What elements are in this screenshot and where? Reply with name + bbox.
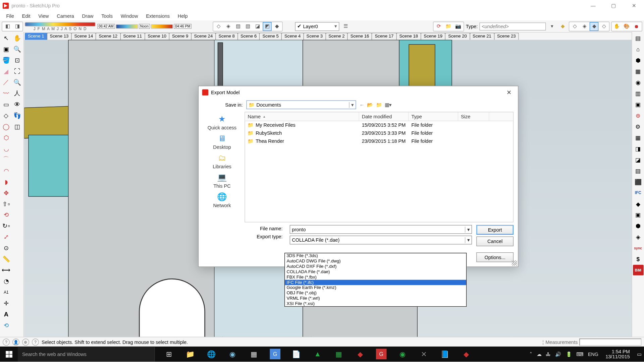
arc3-tool-icon[interactable]: ◠ xyxy=(1,165,12,176)
plugin-dollar-icon[interactable]: $ xyxy=(633,254,643,264)
place-quick-access[interactable]: ★Quick access xyxy=(208,114,236,130)
task-app3-icon[interactable]: G xyxy=(270,349,280,359)
plugin-icon-17[interactable]: ▣ xyxy=(633,209,643,220)
classify-apply-icon[interactable]: ◆ xyxy=(558,22,567,31)
export-type-option[interactable]: OBJ File (*.obj) xyxy=(285,290,466,296)
tray-clock[interactable]: 1:54 PM 13/11/2015 xyxy=(603,349,632,359)
nav-up-icon[interactable]: 📂 xyxy=(367,102,373,108)
tray-battery-icon[interactable]: 🔋 xyxy=(566,351,572,357)
export-type-option[interactable]: FBX File (*.fbx) xyxy=(285,275,466,280)
taskbar-search[interactable]: Search the web and Windows xyxy=(18,347,155,362)
export-type-option[interactable]: Google Earth File (*.kmz) xyxy=(285,285,466,291)
solid-union-icon[interactable]: ◆ xyxy=(590,22,598,31)
menu-draw[interactable]: Draw xyxy=(78,12,97,19)
position-camera-icon[interactable]: 人 xyxy=(12,88,23,99)
classifier-input[interactable] xyxy=(479,22,546,31)
status-credits-icon[interactable]: ? xyxy=(32,338,39,345)
task-sketchup2-icon[interactable]: ◆ xyxy=(455,347,477,362)
circle-tool-icon[interactable]: ◯ xyxy=(1,121,12,132)
export-type-option[interactable]: AutoCAD DXF File (*.dxf) xyxy=(285,264,466,269)
paint-bucket-icon[interactable]: 🪣 xyxy=(1,55,12,66)
task-app5-icon[interactable]: ◉ xyxy=(392,347,413,362)
file-row[interactable]: 📁Thea Render23/09/2015 1:18 PMFile folde… xyxy=(245,137,513,145)
rotate-tool-icon[interactable]: ⟲ xyxy=(1,209,12,220)
tray-notifications-icon[interactable]: ▭ xyxy=(637,351,641,357)
zoom-extents-icon[interactable]: ⛶ xyxy=(12,66,23,76)
place-libraries[interactable]: 🗂Libraries xyxy=(213,153,231,169)
paint-icon[interactable]: 🎨 xyxy=(622,22,631,31)
menu-camera[interactable]: Camera xyxy=(53,12,78,19)
task-sketchup-icon[interactable]: ◆ xyxy=(350,347,371,362)
solid-subtract-icon[interactable]: ◇ xyxy=(599,22,608,31)
shadow-toggle-icon[interactable]: ◧ xyxy=(3,22,12,31)
hand-icon[interactable]: ✋ xyxy=(612,22,621,31)
cancel-button[interactable]: Cancel xyxy=(476,237,514,246)
dimension-tool-icon[interactable]: ⟷ xyxy=(1,265,12,276)
pan-tool-icon[interactable]: ✋ xyxy=(12,33,23,44)
place-this-pc[interactable]: 💻This PC xyxy=(213,172,231,189)
nav-view-menu-icon[interactable]: ▦▾ xyxy=(385,102,392,108)
resize-grip-icon[interactable] xyxy=(512,260,517,266)
task-app1-icon[interactable]: ◉ xyxy=(222,347,243,362)
tray-volume-icon[interactable]: 🔊 xyxy=(555,351,561,357)
zoom-tool-icon[interactable]: 🔍 xyxy=(12,44,23,55)
menu-help[interactable]: Help xyxy=(174,12,191,19)
task-app6-icon[interactable]: ✕ xyxy=(413,347,434,362)
col-date[interactable]: Date modified xyxy=(359,112,409,121)
zoom-window-icon[interactable]: ⊡ xyxy=(12,55,23,66)
plugin-icon-9[interactable]: ⚙ xyxy=(633,121,643,132)
pie-tool-icon[interactable]: ◗ xyxy=(1,176,12,187)
record-icon[interactable]: ⏺ xyxy=(632,22,641,31)
tray-onedrive-icon[interactable]: ☁ xyxy=(537,351,542,357)
rectangle-tool-icon[interactable]: ▭ xyxy=(1,99,12,110)
line-tool-icon[interactable]: ／ xyxy=(1,77,12,87)
camera-icon[interactable]: 📷 xyxy=(454,22,463,31)
tray-keyboard-icon[interactable]: ⌨ xyxy=(576,351,583,357)
plugin-icon-19[interactable]: ◈ xyxy=(633,232,643,242)
rotated-rect-icon[interactable]: ◇ xyxy=(1,110,12,121)
export-type-option[interactable]: VRML File (*.wrl) xyxy=(285,296,466,301)
text-tool-icon[interactable]: A1 xyxy=(1,287,12,298)
plugin-icon-3[interactable]: ⬢ xyxy=(633,55,643,66)
followme-tool-icon[interactable]: ↻▫ xyxy=(1,221,12,231)
plugin-icon-5[interactable]: ◉ xyxy=(633,77,643,87)
select-tool-icon[interactable]: ↖ xyxy=(1,33,12,44)
scale-tool-icon[interactable]: ⤢ xyxy=(1,232,12,242)
task-drive-icon[interactable]: ▲ xyxy=(307,347,328,362)
export-type-dropdown[interactable]: 3DS File (*.3ds)AutoCAD DWG File (*.dwg)… xyxy=(284,253,467,307)
section-plane-icon[interactable]: ◫ xyxy=(12,121,23,132)
plugin-sync-icon[interactable]: sync xyxy=(633,243,643,253)
plugin-icon-18[interactable]: ⬢ xyxy=(633,221,643,231)
offset-tool-icon[interactable]: ⊙ xyxy=(1,243,12,253)
col-name[interactable]: Name xyxy=(245,112,359,121)
export-type-option[interactable]: XSI File (*.xsi) xyxy=(285,301,466,306)
export-type-combo[interactable]: COLLADA File (*.dae) ▾ xyxy=(290,236,472,244)
plugin-icon-6[interactable]: ▥ xyxy=(633,88,643,99)
export-type-option[interactable]: 3DS File (*.3ds) xyxy=(285,253,466,259)
plugin-icon-1[interactable]: ▤ xyxy=(633,33,643,44)
orbit-tool-icon[interactable]: ⟲ xyxy=(1,320,12,331)
time-slider[interactable] xyxy=(116,24,138,28)
plugin-ifc-icon[interactable]: IFC xyxy=(633,187,643,198)
style-monochrome-icon[interactable]: ◆ xyxy=(273,22,281,31)
prev-view-icon[interactable]: 🔍 xyxy=(12,77,23,87)
export-type-option[interactable]: COLLADA File (*.dae) xyxy=(285,269,466,275)
export-button[interactable]: Export xyxy=(476,225,514,235)
walk-tool-icon[interactable]: 👣 xyxy=(12,110,23,121)
plugin-icon-12[interactable]: ◪ xyxy=(633,154,643,165)
solid-outer-icon[interactable]: ◇ xyxy=(570,22,579,31)
tray-lang[interactable]: ENG xyxy=(588,351,598,357)
layer-manager-icon[interactable]: ☰ xyxy=(341,22,350,31)
tray-chevron-up-icon[interactable]: ˄ xyxy=(530,351,532,357)
measurements-input[interactable] xyxy=(579,338,641,345)
date-slider[interactable] xyxy=(25,22,96,26)
col-type[interactable]: Type xyxy=(409,112,458,121)
close-button[interactable]: ✕ xyxy=(624,0,644,11)
extension-warehouse-icon[interactable]: 📁 xyxy=(444,22,453,31)
options-button[interactable]: Options... xyxy=(476,252,514,262)
menu-view[interactable]: View xyxy=(35,12,52,19)
style-wireframe-icon[interactable]: ▨ xyxy=(234,22,243,31)
file-row[interactable]: 📁My Received Files15/09/2015 3:52 PMFile… xyxy=(245,121,513,129)
pushpull-tool-icon[interactable]: ⇧▫ xyxy=(1,198,12,209)
style-shaded-textures-icon[interactable]: ◩ xyxy=(263,22,272,31)
